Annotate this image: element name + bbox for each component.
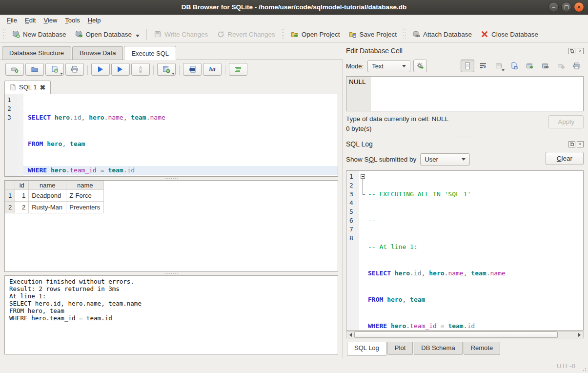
cell-hero-name[interactable]: Rusty-Man [29,202,66,213]
text-mode-button[interactable] [461,60,474,72]
save-results-button[interactable] [157,63,176,76]
chevron-down-icon [462,158,466,161]
print-button[interactable] [65,63,84,76]
cell-team-name[interactable]: Preventers [66,202,104,213]
cell-id[interactable]: 2 [15,202,29,213]
new-sql-tab-button[interactable] [5,63,24,76]
scroll-left-icon[interactable] [346,332,354,338]
open-project-button[interactable]: Open Project [286,28,345,41]
sql-editor[interactable]: 1 2 3 SELECT hero.id, hero.name, team.na… [4,94,338,177]
sql-log-dock-header: SQL Log × [346,139,584,149]
scroll-right-icon[interactable] [575,332,583,338]
tab-remote[interactable]: Remote [464,342,501,355]
tab-execute-sql[interactable]: Execute SQL [124,46,176,60]
tab-browse-data[interactable]: Browse Data [72,46,123,60]
sql-log-viewer[interactable]: 1 2 3 4 5 6 7 8 -- EXECUTING ALL IN 'SQL… [346,170,584,331]
save-sql-file-button[interactable] [45,63,64,76]
log-line-numbers: 1 2 3 4 5 6 7 8 [346,171,357,243]
results-grid: id name name 1 1 Deadpond Z-Force 2 [4,180,338,272]
tab-db-schema[interactable]: DB Schema [414,342,462,355]
menu-view[interactable]: View [40,16,61,25]
tab-plot[interactable]: Plot [387,342,413,355]
mode-select[interactable]: Text [367,60,410,72]
new-sql-tab-icon [11,65,19,73]
toolbar-drag-handle[interactable] [282,29,284,40]
format-sql-button[interactable] [229,63,247,76]
app-window: DB Browser for SQLite - /home/user/code/… [0,0,588,373]
font-button[interactable]: ba [203,63,222,76]
float-panel-icon[interactable] [568,141,575,147]
open-database-dropdown-icon[interactable] [136,35,140,37]
save-results-dropdown-icon[interactable] [172,73,175,75]
open-sql-file-button[interactable] [25,63,44,76]
apply-cell-button[interactable] [413,60,427,72]
fold-collapse-icon[interactable] [361,174,365,179]
cell-hero-name[interactable]: Deadpond [29,190,66,202]
sql-line: SELECT hero.id, hero.name, team.name [23,113,338,122]
submitted-by-select[interactable]: User [420,153,470,166]
close-sql-tab-icon[interactable]: ✖ [40,85,45,90]
cell-info: Type of data currently in cell: NULL 0 b… [346,115,584,132]
close-database-icon [481,30,488,38]
menu-help[interactable]: Help [84,16,105,25]
toolbar-drag-handle[interactable] [3,29,6,40]
cell-team-name[interactable]: Z-Force [66,190,104,202]
results-log-splitter[interactable] [4,272,338,275]
close-panel-icon[interactable]: × [577,48,584,54]
column-header-name[interactable]: name [29,181,66,190]
execute-all-button[interactable] [91,63,110,76]
menu-edit[interactable]: Edit [21,16,40,25]
titlebar: DB Browser for SQLite - /home/user/code/… [0,0,588,15]
scrollbar-thumb[interactable] [354,332,558,338]
find-button[interactable] [183,63,202,76]
minimize-icon[interactable]: – [548,2,559,12]
set-link-button[interactable] [539,60,552,72]
export-to-file-button[interactable] [523,60,537,72]
execute-line-button[interactable] [111,63,130,76]
cell-id[interactable]: 1 [15,190,29,202]
log-horizontal-scrollbar[interactable] [346,331,584,338]
cell-editor[interactable]: NULL [346,76,584,111]
close-database-button[interactable]: Close Database [476,28,543,41]
stop-icon: × [139,66,142,73]
corner-header [5,181,15,190]
toolbar-drag-handle[interactable] [403,29,406,40]
scrollbar-track[interactable] [558,332,575,338]
menu-tools[interactable]: Tools [61,16,83,25]
execute-line-icon [118,66,122,72]
apply-gear-icon [416,62,424,70]
close-panel-icon[interactable]: × [577,141,584,147]
menu-file[interactable]: File [3,16,21,25]
dock-splitter[interactable] [346,135,584,139]
save-sql-dropdown-icon[interactable] [60,73,63,75]
word-wrap-icon [479,62,487,70]
clear-button[interactable]: Clear [546,152,584,165]
sql-toolbar-separator [179,65,180,75]
save-project-button[interactable]: Save Project [345,28,402,41]
row-header[interactable]: 2 [5,202,15,213]
float-panel-icon[interactable] [568,48,575,54]
format-sql-icon [234,65,242,73]
open-database-button[interactable]: Open Database [71,28,144,41]
print-cell-button[interactable] [570,60,584,72]
column-header-name2[interactable]: name [66,181,104,190]
new-database-button[interactable]: New Database [8,28,71,41]
column-header-id[interactable]: id [15,181,29,190]
attach-database-button[interactable]: Attach Database [408,28,476,41]
filter-label: Show SQL submitted by [346,156,416,163]
close-icon[interactable]: × [574,2,584,12]
encoding-indicator: UTF-8 [557,362,575,370]
editor-results-splitter[interactable] [4,177,338,180]
revert-changes-icon [217,30,224,38]
row-header[interactable]: 1 [5,190,15,202]
word-wrap-button[interactable] [476,60,490,72]
import-from-file-button[interactable] [507,60,521,72]
tab-sql-log[interactable]: SQL Log [347,342,386,356]
maximize-icon[interactable] [561,2,571,12]
resize-grip[interactable] [581,366,587,372]
sql-file-tab[interactable]: SQL 1 ✖ [4,81,51,94]
chevron-down-icon [402,65,406,67]
tab-database-structure[interactable]: Database Structure [2,46,71,60]
open-sql-file-icon [31,65,39,73]
cell-size-info: 0 byte(s) [346,125,548,132]
